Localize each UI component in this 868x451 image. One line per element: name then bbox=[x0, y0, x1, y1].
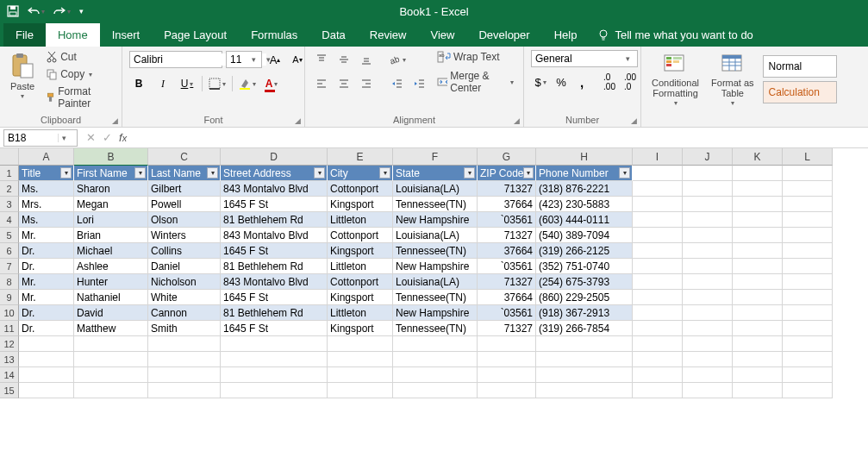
cell[interactable] bbox=[783, 336, 833, 352]
cell[interactable]: 843 Montalvo Blvd bbox=[221, 228, 328, 243]
cell-style-calculation[interactable]: Calculation bbox=[763, 81, 837, 103]
column-header-K[interactable]: K bbox=[733, 148, 783, 166]
cell[interactable] bbox=[393, 367, 478, 383]
row-header[interactable]: 13 bbox=[0, 352, 19, 367]
cell[interactable] bbox=[783, 383, 833, 398]
cell-style-normal[interactable]: Normal bbox=[763, 55, 837, 78]
cell[interactable] bbox=[683, 274, 733, 290]
table-header-cell[interactable]: Last Name▾ bbox=[148, 166, 221, 181]
cell[interactable] bbox=[633, 367, 683, 383]
cell[interactable] bbox=[633, 197, 683, 212]
cell[interactable]: White bbox=[148, 290, 221, 305]
cell[interactable] bbox=[783, 321, 833, 336]
cell[interactable]: Tennessee(TN) bbox=[393, 243, 478, 259]
align-right-icon[interactable] bbox=[357, 74, 376, 93]
table-header-cell[interactable]: City▾ bbox=[328, 166, 393, 181]
cell[interactable] bbox=[683, 212, 733, 228]
cancel-formula-icon[interactable]: ✕ bbox=[86, 131, 96, 144]
align-bottom-icon[interactable] bbox=[357, 50, 376, 69]
cell[interactable]: 71327 bbox=[478, 181, 536, 197]
cell[interactable]: (860) 229-2505 bbox=[536, 290, 633, 305]
cell[interactable]: Powell bbox=[148, 197, 221, 212]
cell[interactable]: Olson bbox=[148, 212, 221, 228]
paste-button[interactable]: Paste ▾ bbox=[7, 50, 38, 103]
borders-button[interactable] bbox=[208, 74, 227, 93]
cell[interactable]: Kingsport bbox=[328, 290, 393, 305]
cell[interactable] bbox=[683, 243, 733, 259]
filter-dropdown-icon[interactable]: ▾ bbox=[134, 167, 146, 179]
accounting-format-icon[interactable]: $ bbox=[531, 72, 550, 91]
cell[interactable] bbox=[536, 352, 633, 367]
save-icon[interactable] bbox=[7, 3, 19, 20]
cell[interactable]: Ms. bbox=[19, 212, 74, 228]
row-header[interactable]: 10 bbox=[0, 305, 19, 321]
tab-insert[interactable]: Insert bbox=[100, 23, 153, 47]
column-header-B[interactable]: B bbox=[74, 148, 148, 166]
align-center-icon[interactable] bbox=[334, 74, 353, 93]
row-header[interactable]: 12 bbox=[0, 336, 19, 352]
cell[interactable]: `03561 bbox=[478, 305, 536, 321]
cell[interactable]: Dr. bbox=[19, 243, 74, 259]
cell[interactable]: (423) 230-5883 bbox=[536, 197, 633, 212]
cell[interactable]: Littleton bbox=[328, 305, 393, 321]
tab-file[interactable]: File bbox=[3, 23, 46, 47]
cell[interactable]: (540) 389-7094 bbox=[536, 228, 633, 243]
cell[interactable]: (918) 367-2913 bbox=[536, 305, 633, 321]
cell[interactable]: Tennessee(TN) bbox=[393, 197, 478, 212]
column-header-A[interactable]: A bbox=[19, 148, 74, 166]
tell-me-search[interactable]: Tell me what you want to do bbox=[589, 23, 761, 47]
cell[interactable] bbox=[536, 383, 633, 398]
cell[interactable]: Gilbert bbox=[148, 181, 221, 197]
cell[interactable]: 81 Bethlehem Rd bbox=[221, 305, 328, 321]
decrease-font-icon[interactable]: A▾ bbox=[288, 50, 307, 69]
align-middle-icon[interactable] bbox=[334, 50, 353, 69]
cell[interactable] bbox=[478, 336, 536, 352]
filter-dropdown-icon[interactable]: ▾ bbox=[60, 167, 72, 179]
tab-developer[interactable]: Developer bbox=[466, 23, 541, 47]
cell[interactable]: Kingsport bbox=[328, 243, 393, 259]
increase-decimal-icon[interactable]: .0.00 bbox=[600, 72, 619, 91]
bold-button[interactable]: B bbox=[129, 74, 148, 93]
cell[interactable] bbox=[733, 367, 783, 383]
column-header-I[interactable]: I bbox=[633, 148, 683, 166]
cell[interactable]: Dr. bbox=[19, 259, 74, 274]
cell[interactable]: (319) 266-2125 bbox=[536, 243, 633, 259]
align-left-icon[interactable] bbox=[312, 74, 331, 93]
cell[interactable]: Louisiana(LA) bbox=[393, 274, 478, 290]
cell[interactable] bbox=[633, 166, 683, 181]
column-header-G[interactable]: G bbox=[478, 148, 536, 166]
column-header-D[interactable]: D bbox=[221, 148, 328, 166]
cell[interactable]: 37664 bbox=[478, 290, 536, 305]
cell[interactable] bbox=[536, 336, 633, 352]
cell[interactable]: Kingsport bbox=[328, 321, 393, 336]
row-header[interactable]: 14 bbox=[0, 367, 19, 383]
cell[interactable] bbox=[783, 197, 833, 212]
filter-dropdown-icon[interactable]: ▾ bbox=[207, 167, 218, 179]
filter-dropdown-icon[interactable]: ▾ bbox=[314, 167, 325, 179]
cell[interactable] bbox=[221, 383, 328, 398]
format-painter-button[interactable]: Format Painter bbox=[43, 85, 115, 110]
cell[interactable]: 37664 bbox=[478, 197, 536, 212]
cell[interactable] bbox=[683, 259, 733, 274]
cell[interactable]: Michael bbox=[74, 243, 148, 259]
cell[interactable]: 81 Bethlehem Rd bbox=[221, 259, 328, 274]
filter-dropdown-icon[interactable]: ▾ bbox=[523, 167, 534, 179]
row-header[interactable]: 3 bbox=[0, 197, 19, 212]
font-launcher-icon[interactable]: ◢ bbox=[295, 116, 301, 125]
cell[interactable] bbox=[733, 197, 783, 212]
cell[interactable] bbox=[536, 367, 633, 383]
underline-button[interactable]: U bbox=[178, 74, 197, 93]
cell[interactable]: (254) 675-3793 bbox=[536, 274, 633, 290]
row-header[interactable]: 2 bbox=[0, 181, 19, 197]
row-header[interactable]: 5 bbox=[0, 228, 19, 243]
font-name-combo[interactable]: ▾ bbox=[129, 51, 222, 68]
cell[interactable]: Ashlee bbox=[74, 259, 148, 274]
cell[interactable] bbox=[478, 367, 536, 383]
cell[interactable]: Littleton bbox=[328, 259, 393, 274]
cell[interactable]: Mr. bbox=[19, 274, 74, 290]
cell[interactable]: `03561 bbox=[478, 259, 536, 274]
cell[interactable]: New Hampshire bbox=[393, 212, 478, 228]
cell[interactable]: Ms. bbox=[19, 181, 74, 197]
cell[interactable] bbox=[733, 181, 783, 197]
merge-center-button[interactable]: Merge & Center bbox=[434, 69, 516, 95]
